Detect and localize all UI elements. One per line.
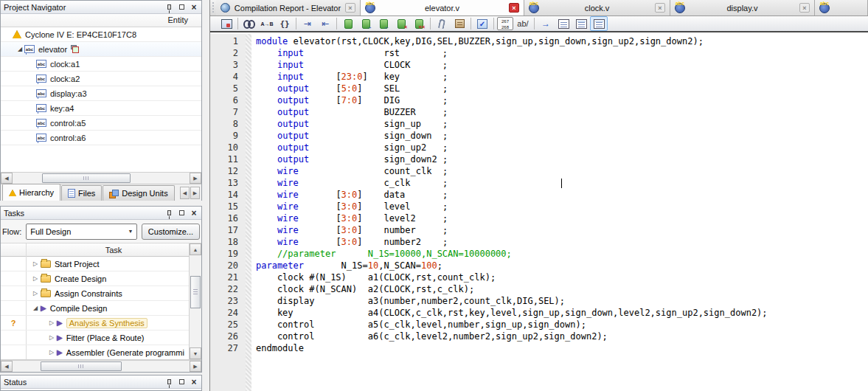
tree-item-label: control:a5 — [50, 119, 86, 128]
tab-clock-v[interactable]: abcclock.v× — [524, 0, 670, 15]
code-token: [ — [299, 201, 341, 212]
scroll-left-icon[interactable]: ◀ — [1, 361, 13, 372]
pin-icon[interactable] — [164, 377, 174, 387]
tab-hierarchy[interactable]: Hierarchy — [2, 184, 60, 201]
scrollbar-track[interactable] — [13, 361, 190, 372]
scroll-up-icon[interactable]: ▲ — [190, 243, 201, 255]
scrollbar-thumb[interactable] — [41, 361, 122, 371]
task-row-fitter-place-route-[interactable]: ▷▶Fitter (Place & Route) — [1, 331, 189, 345]
tree-item-clock-a2[interactable]: abcclock:a2 — [1, 72, 201, 86]
scroll-left-icon[interactable]: ◀ — [180, 187, 190, 199]
toolbar-goto-line-arrow-button[interactable]: → — [537, 16, 555, 31]
expand-arrow-icon[interactable]: ▷ — [30, 290, 41, 297]
toolbar-bookmark-next-button[interactable]: → — [357, 16, 375, 31]
close-icon[interactable]: × — [189, 208, 199, 218]
toolbar-line-count-box-button[interactable]: 267268 — [496, 16, 514, 31]
pin-icon[interactable] — [164, 208, 174, 218]
toolbar-view-panel-3-button[interactable] — [590, 16, 608, 31]
toolbar-bookmark-delete-button[interactable]: × — [392, 16, 410, 31]
expand-arrow-icon[interactable]: ▷ — [30, 260, 41, 267]
scrollbar-thumb[interactable] — [190, 276, 201, 308]
close-icon[interactable]: × — [189, 2, 199, 12]
tab-display-v[interactable]: abcdisplay.v× — [670, 0, 815, 15]
tab-design-units[interactable]: Design Units — [103, 185, 174, 201]
scrollbar-thumb[interactable] — [42, 173, 131, 183]
tab-partial[interactable]: abc — [815, 0, 868, 15]
scroll-left-icon[interactable]: ◀ — [1, 173, 13, 184]
close-icon[interactable]: × — [509, 3, 519, 13]
toolbar-ab-slash-button[interactable]: ab/ — [514, 16, 532, 31]
toolbar-find-binoculars-button[interactable] — [240, 16, 258, 31]
panel-title: Project Navigator — [4, 3, 164, 12]
toolbar-separator — [430, 18, 431, 30]
customize-button[interactable]: Customize... — [142, 224, 200, 240]
scroll-right-icon[interactable]: ▶ — [190, 173, 201, 184]
tab-compilation-report-elevator[interactable]: Compilation Report - Elevator× — [216, 0, 361, 15]
task-row-assembler-generate-programmi[interactable]: ▷▶Assembler (Generate programmi — [1, 345, 189, 359]
line-number-gutter[interactable]: 1234567891011121314151617181920212223242… — [210, 34, 246, 391]
task-row-analysis-synthesis[interactable]: ?▷▶Analysis & Synthesis — [1, 316, 189, 331]
task-row-compile-design[interactable]: ◢▶Compile Design — [1, 301, 189, 316]
toolbar-spell-check-button[interactable]: ✓ — [473, 16, 491, 31]
float-icon[interactable] — [176, 208, 187, 218]
close-icon[interactable]: × — [189, 377, 199, 387]
panel-buttons: × — [164, 2, 199, 12]
instance-abc-icon: abc — [36, 89, 46, 97]
tree-item-display-a3[interactable]: abcdisplay:a3 — [1, 86, 201, 101]
line-number: 22 — [210, 283, 238, 295]
expand-arrow-icon[interactable]: ◢ — [15, 46, 24, 52]
play-icon: ▶ — [41, 305, 46, 312]
toolbar-indent-decrease-button[interactable]: ⇤ — [316, 16, 334, 31]
toolbar-attach-paperclip-button[interactable] — [433, 16, 451, 31]
code-line: input rst ; — [256, 47, 868, 59]
tab-elevator-v[interactable]: abcelevator.v× — [361, 0, 524, 15]
toolbar-bookmark-toggle-button[interactable] — [339, 16, 357, 31]
close-icon[interactable]: × — [345, 3, 355, 13]
tree-item-control-a6[interactable]: abccontrol:a6 — [1, 131, 201, 145]
tree-item-elevator[interactable]: ◢abcelevator — [1, 42, 201, 57]
expand-arrow-icon[interactable]: ▷ — [30, 275, 41, 282]
entity-column-header[interactable]: Entity — [1, 14, 201, 27]
line-number: 14 — [210, 189, 238, 201]
expand-arrow-icon[interactable]: ◢ — [30, 305, 41, 311]
code-editor[interactable]: 1234567891011121314151617181920212223242… — [210, 34, 868, 391]
scroll-right-icon[interactable]: ▶ — [190, 187, 200, 199]
line-number: 7 — [210, 106, 238, 118]
code-token: ] number2 ; — [357, 237, 448, 247]
float-icon[interactable] — [176, 377, 187, 387]
scroll-down-icon[interactable]: ▼ — [190, 347, 201, 359]
toolbar-macro-scroll-button[interactable] — [451, 16, 468, 31]
flow-select[interactable]: Full Design ▼ — [26, 224, 137, 240]
toolbar-view-panel-1-button[interactable] — [555, 16, 572, 31]
close-icon[interactable]: × — [799, 3, 810, 13]
code-text[interactable]: module elevator(rst,CLOCK,key,DIG,SEL,BU… — [251, 34, 868, 391]
tree-item-control-a5[interactable]: abccontrol:a5 — [1, 116, 201, 131]
tree-item-cyclone-iv-e-ep4ce10f17c8[interactable]: Cyclone IV E: EP4CE10F17C8 — [1, 27, 201, 42]
toolbar-bookmark-delete-all-button[interactable]: ×× — [410, 16, 428, 31]
scroll-right-icon[interactable]: ▶ — [190, 361, 201, 372]
float-icon[interactable] — [176, 2, 187, 12]
toolbar-bookmark-previous-button[interactable]: ← — [375, 16, 392, 31]
line-number: 15 — [210, 201, 238, 212]
tree-item-clock-a1[interactable]: abcclock:a1 — [1, 57, 201, 72]
scrollbar-track[interactable] — [13, 173, 190, 184]
code-token: output — [277, 154, 309, 165]
task-row-assign-constraints[interactable]: ▷Assign Constraints — [1, 286, 189, 301]
expand-arrow-icon[interactable]: ▷ — [46, 319, 57, 326]
drag-handle[interactable] — [211, 2, 215, 13]
toolbar-new-document-settings-button[interactable] — [218, 16, 235, 31]
tree-item-key-a4[interactable]: abckey:a4 — [1, 101, 201, 116]
task-row-create-design[interactable]: ▷Create Design — [1, 271, 189, 286]
code-token: rst ; — [304, 48, 448, 58]
toolbar-replace-a-to-b-button[interactable]: A→B — [258, 16, 276, 31]
close-icon[interactable]: × — [655, 3, 665, 13]
task-row-start-project[interactable]: ▷Start Project — [1, 257, 189, 271]
pin-icon[interactable] — [164, 2, 174, 12]
expand-arrow-icon[interactable]: ▷ — [46, 334, 57, 341]
toolbar-view-panel-2-button[interactable] — [572, 16, 590, 31]
toolbar-indent-increase-button[interactable]: ⇥ — [299, 16, 316, 31]
expand-arrow-icon[interactable]: ▷ — [46, 349, 57, 356]
tab-files[interactable]: Files — [61, 185, 102, 201]
toolbar-match-brace-button[interactable]: {} — [276, 16, 294, 31]
scrollbar-track[interactable] — [190, 255, 201, 347]
